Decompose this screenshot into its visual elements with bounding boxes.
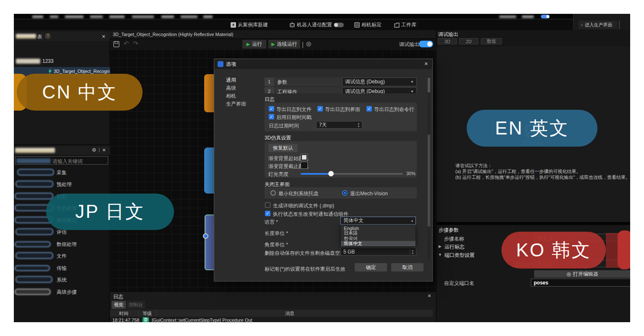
- editor-tab-title[interactable]: 3D_Target_Object_Recognition (Highly Ref…: [113, 32, 233, 37]
- step-item-yuchuli[interactable]: 预处理: [14, 180, 110, 189]
- log-col-sep: [156, 310, 156, 316]
- robot-comm-toggle[interactable]: [334, 23, 344, 27]
- step-item-label: 高级步骤: [57, 289, 77, 296]
- notify-checkbox[interactable]: ✓: [265, 211, 270, 216]
- top-strip-toggle[interactable]: [541, 15, 550, 18]
- dialog-scrollbar-track[interactable]: [428, 76, 430, 260]
- log-level-row-2: 2 工程操作 调试信息 (Debug) ▼: [265, 87, 417, 93]
- dialog-tab-camera[interactable]: 相机: [226, 93, 236, 100]
- log-section-box: ✓ 导出日志到文件 ✓ 导出日志到界面 ✓ 导出日志到命令行 ✓ 启用日期时间戳…: [265, 103, 417, 131]
- step-item-xitong[interactable]: 系统: [14, 275, 110, 284]
- robot-comm-label: 机器人通信配置: [297, 21, 332, 28]
- log-level-dropdown[interactable]: 调试信息 (Debug) ▼: [342, 78, 417, 86]
- dump-file-checkbox[interactable]: [265, 202, 270, 208]
- step-item-caiji[interactable]: 采集: [14, 168, 110, 177]
- menu-item-redacted: [65, 16, 83, 18]
- dialog-scrollbar-thumb[interactable]: [428, 134, 430, 227]
- dialog-title-bar[interactable]: 选项 ×: [214, 59, 432, 69]
- save-icon[interactable]: [113, 41, 119, 47]
- step-library-close-icon[interactable]: ×: [102, 147, 106, 153]
- debug-output-toggle[interactable]: [419, 41, 433, 47]
- timestamp-checkbox[interactable]: ✓: [269, 114, 274, 119]
- dialog-title: 选项: [226, 61, 236, 68]
- export-log-file-checkbox[interactable]: ✓: [269, 106, 274, 111]
- run-settings-icon[interactable]: ◎: [306, 40, 311, 47]
- custom-port-input[interactable]: poses: [531, 279, 630, 287]
- step-library-header: ⚙ | ×: [14, 146, 110, 155]
- ok-button[interactable]: 确定: [355, 263, 387, 271]
- slider-knob[interactable]: [328, 171, 334, 176]
- menu-item-redacted: [32, 16, 43, 18]
- dialog-tab-advanced[interactable]: 高级: [226, 85, 236, 92]
- step-search-input[interactable]: 请输入关键词: [15, 156, 108, 165]
- step-item-gaojibuzhou[interactable]: 高级步骤: [14, 287, 110, 297]
- debug-tab-3d[interactable]: 3D: [438, 38, 457, 44]
- spinner-arrows-icon[interactable]: ▴▾: [358, 122, 359, 128]
- port-type-section-label[interactable]: 端口类型设置: [444, 252, 475, 259]
- run-continuous-button[interactable]: ▶ 连续运行: [268, 40, 300, 49]
- debug-tab-2d[interactable]: 2D: [459, 38, 478, 44]
- run-button[interactable]: ▶ 运行: [242, 40, 266, 49]
- new-from-case-button[interactable]: + 从案例库新建: [231, 21, 268, 29]
- light-brightness-slider[interactable]: [301, 173, 403, 175]
- grad-start-swatch[interactable]: [301, 154, 307, 160]
- step-item-wenjian[interactable]: 文件: [14, 251, 110, 261]
- log-level-dropdown[interactable]: 调试信息 (Debug) ▼: [342, 87, 417, 93]
- exit-radio[interactable]: [342, 190, 348, 196]
- log-level-row-1: 1 参数 调试信息 (Debug) ▼: [265, 78, 417, 86]
- project-panel-header: 表 ? ×: [14, 32, 110, 41]
- log-expire-spinbox[interactable]: 7天 ▴▾: [316, 121, 362, 129]
- open-editor-button[interactable]: ◎ 打开编辑器: [534, 270, 630, 278]
- robot-comm-button[interactable]: 机器人通信配置: [289, 21, 344, 29]
- log-panel-close-icon[interactable]: ×: [428, 292, 431, 299]
- log-col-time: 时间: [119, 310, 128, 317]
- en-overlay-label: EN 英文: [495, 116, 569, 141]
- step-library-settings-icon[interactable]: ⚙: [92, 147, 96, 153]
- camera-calib-button[interactable]: 相机标定: [354, 21, 382, 29]
- toolbar-separator: [619, 21, 620, 29]
- project-row[interactable]: 1233: [14, 57, 110, 66]
- step-item-label: 文件: [57, 253, 67, 260]
- minimize-radio[interactable]: [270, 190, 276, 196]
- undo-icon[interactable]: ↶: [124, 40, 129, 47]
- step-item-shujuchuli[interactable]: 数据处理: [14, 240, 110, 249]
- project-panel-close-icon[interactable]: ×: [102, 33, 105, 40]
- length-unit-label: 长度单位 *: [265, 230, 288, 237]
- open-editor-label: 打开编辑器: [573, 271, 598, 278]
- step-library-title-redacted: [15, 148, 55, 153]
- dialog-tab-production[interactable]: 生产界面: [226, 101, 246, 108]
- cancel-button[interactable]: 取消: [391, 263, 423, 271]
- restore-defaults-button[interactable]: 恢复默认: [268, 144, 298, 152]
- debug-tab-numeric[interactable]: 数值: [481, 38, 502, 44]
- redo-icon[interactable]: ↷: [133, 40, 138, 47]
- language-combobox[interactable]: 简体中文 ▴: [340, 217, 416, 225]
- grad-end-swatch[interactable]: [301, 162, 307, 168]
- log-tab-console[interactable]: 控制台: [127, 301, 145, 309]
- log-row[interactable]: 18:21:47.758 D [GuiContext::setCurrentSt…: [110, 317, 433, 322]
- run-flags-collapse-icon[interactable]: ▶: [439, 244, 441, 248]
- export-log-cmd-checkbox[interactable]: ✓: [366, 106, 372, 111]
- port-type-expand-icon[interactable]: ▼: [438, 253, 442, 257]
- log-tab-vision[interactable]: 视觉: [112, 301, 126, 309]
- dialog-scrollbar-thumb[interactable]: [428, 78, 430, 93]
- spinner-arrows-icon[interactable]: ▴▾: [410, 249, 413, 255]
- export-log-ui-checkbox[interactable]: ✓: [317, 106, 323, 111]
- log-panel-title: 日志: [113, 293, 123, 300]
- dialog-close-icon[interactable]: ×: [424, 60, 428, 67]
- help-icon[interactable]: ?: [45, 33, 51, 39]
- export-log-cmd-label: 导出日志到命令行: [374, 106, 414, 113]
- workpiece-lib-button[interactable]: 工件库: [394, 21, 416, 29]
- minimize-label: 最小化到系统托盘: [278, 190, 319, 197]
- step-item-chuanshu[interactable]: 传输: [14, 264, 110, 273]
- log-col-sep: [138, 310, 139, 316]
- disk-space-spinbox[interactable]: 5 GB ▴▾: [340, 248, 416, 256]
- language-option-simplified-chinese[interactable]: 简体中文: [341, 241, 415, 246]
- angle-unit-label: 角度单位 *: [265, 241, 288, 248]
- dialog-tab-general[interactable]: 通用: [226, 77, 236, 84]
- run-continuous-label: 连续运行: [277, 41, 297, 48]
- node-port-connector[interactable]: [203, 233, 208, 239]
- step-library-divider: |: [99, 147, 100, 152]
- menu-item-redacted: [203, 16, 213, 18]
- run-flags-label[interactable]: 运行标志: [444, 243, 465, 251]
- enter-production-button[interactable]: ▪ 进入生产界面: [579, 21, 617, 29]
